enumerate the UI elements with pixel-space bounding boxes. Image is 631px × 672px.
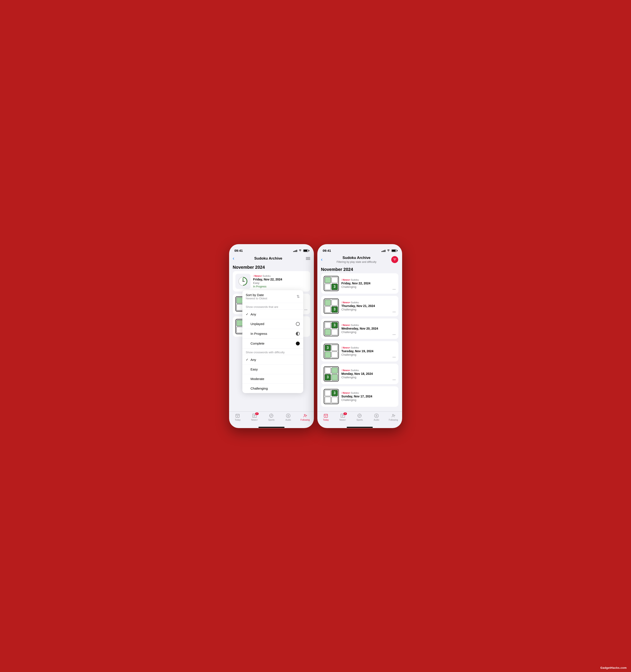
home-indicator-right	[347, 427, 373, 428]
nav-bar-right: ‹ Sudoku Archive Filtering by play state…	[318, 254, 402, 265]
play-state-unplayed[interactable]: Unplayed	[242, 319, 303, 329]
back-button-right[interactable]: ‹	[321, 257, 322, 262]
more-button-5r[interactable]: •••	[392, 378, 396, 382]
play-state-complete[interactable]: Complete	[242, 339, 303, 349]
nav-bar-left: ‹ Sudoku Archive	[229, 254, 314, 263]
svg-point-1	[243, 281, 243, 282]
more-button-2r[interactable]: •••	[392, 310, 396, 314]
nav-title-left: Sudoku Archive	[254, 256, 282, 261]
svg-point-11	[304, 414, 306, 415]
tab-audio-right[interactable]: Audio	[368, 413, 385, 421]
newsplus-badge-right: 7	[343, 412, 347, 415]
puzzle-card-1-right[interactable]: 3  News+ Sudoku Friday, Nov 22, 2024 Ch…	[321, 273, 398, 294]
time-left: 09:41	[235, 249, 243, 253]
tab-label-today-right: Today	[323, 419, 329, 421]
puzzle-status-1: In Progress	[253, 285, 308, 288]
tab-newsplus-right[interactable]: 7 News+	[334, 413, 351, 421]
section-header-left: November 2024	[229, 263, 314, 271]
sort-direction-icon[interactable]: ⇅	[296, 294, 300, 299]
svg-rect-2	[236, 414, 240, 417]
inprogress-icon	[296, 332, 300, 336]
tab-label-audio-right: Audio	[374, 419, 379, 421]
tab-today-right[interactable]: Today	[318, 413, 335, 421]
newsplus-badge-left: 7	[255, 412, 259, 415]
puzzle-card-2-right[interactable]: 3  News+ Sudoku Thursday, Nov 21, 2024 …	[321, 296, 398, 316]
difficulty-moderate[interactable]: Moderate	[242, 374, 303, 384]
signal-icon-right	[382, 249, 385, 252]
more-button-3r[interactable]: •••	[392, 333, 396, 336]
apple-logo-1: 	[253, 274, 254, 277]
battery-icon-right	[391, 249, 397, 252]
sort-label: Sort by Date	[246, 293, 267, 297]
play-state-unplayed-label: Unplayed	[251, 322, 264, 326]
menu-button-left[interactable]	[306, 257, 310, 260]
nav-title-block-left: Sudoku Archive	[254, 256, 282, 261]
play-state-inprogress-label: In Progress	[251, 332, 267, 335]
nav-title-block-right: Sudoku Archive Filtering by play state a…	[337, 256, 377, 264]
puzzle-list-right: 3  News+ Sudoku Friday, Nov 22, 2024 Ch…	[318, 273, 402, 407]
play-state-any-label: Any	[251, 312, 256, 316]
status-icons-right	[382, 249, 397, 252]
tab-newsplus-left[interactable]: 7 News+	[246, 413, 263, 421]
battery-icon-left	[303, 249, 309, 252]
tab-following-right[interactable]: Following	[385, 413, 402, 421]
svg-point-4	[237, 416, 238, 416]
puzzle-card-4-right[interactable]: 3  News+ Sudoku	[321, 341, 398, 362]
difficulty-easy-label: Easy	[251, 367, 258, 371]
tab-label-audio-left: Audio	[285, 419, 291, 421]
outer-wrapper: 09:41	[229, 244, 402, 428]
more-button-4r[interactable]: •••	[392, 356, 396, 359]
sort-item[interactable]: Sort by Date Newest to Oldest ⇅	[242, 290, 303, 303]
status-bar-left: 09:41	[229, 244, 314, 254]
nav-right-right	[390, 256, 398, 263]
more-button-1r[interactable]: •••	[392, 288, 396, 291]
filter-dropdown: Sort by Date Newest to Oldest ⇅ Show cro…	[242, 290, 303, 393]
back-button-left[interactable]: ‹	[233, 256, 234, 261]
svg-point-26	[392, 414, 394, 415]
watermark: GadgetHacks.com	[600, 666, 627, 669]
difficulty-challenging[interactable]: Challenging	[242, 384, 303, 393]
tab-bar-left: Today 7 News+ Sports	[229, 411, 314, 426]
filter-button-right[interactable]	[391, 256, 398, 263]
unplayed-icon	[296, 322, 300, 326]
puzzle-card-5-right[interactable]: 3  News+ Sudoku Monday, Nov 18, 2024	[321, 364, 398, 384]
signal-icon-left	[293, 249, 297, 252]
tab-label-following-left: Following	[300, 419, 310, 421]
right-phone: 09:41	[317, 244, 402, 428]
wifi-icon-left	[298, 249, 302, 252]
more-button-2[interactable]: •••	[304, 308, 308, 312]
play-state-inprogress[interactable]: In Progress	[242, 329, 303, 339]
tab-label-newsplus-right: News+	[339, 419, 346, 421]
status-bar-right: 09:41	[318, 244, 402, 254]
tab-label-newsplus-left: News+	[251, 419, 258, 421]
tab-label-sports-right: Sports	[357, 419, 363, 421]
wifi-icon-right	[387, 249, 390, 252]
puzzle-card-3-right[interactable]: 3  News+ Sudoku Wednesday, Nov	[321, 318, 398, 339]
time-right: 09:41	[323, 249, 331, 253]
puzzle-card-1-left[interactable]:  News+ Sudoku Friday, Nov 22, 2024 Easy…	[233, 271, 310, 291]
puzzle-card-6-right[interactable]: 3  News+ Sudoku Sunday, Nov 17,	[321, 386, 398, 407]
play-state-section-label: Show crosswords that are	[242, 303, 303, 310]
play-state-complete-label: Complete	[251, 341, 265, 345]
difficulty-any-label: Any	[251, 358, 256, 362]
play-state-any[interactable]: ✓ Any	[242, 310, 303, 319]
tab-audio-left[interactable]: Audio	[280, 413, 297, 421]
status-icons-left	[293, 249, 309, 252]
difficulty-any[interactable]: ✓ Any	[242, 355, 303, 365]
sort-sublabel: Newest to Oldest	[246, 297, 267, 300]
puzzle-diff-1: Easy	[253, 281, 308, 285]
tab-bar-right: Today 7 News+ Sports	[318, 411, 402, 426]
difficulty-easy[interactable]: Easy	[242, 365, 303, 374]
section-header-right: November 2024	[318, 265, 402, 273]
tab-label-sports-left: Sports	[268, 419, 274, 421]
tab-sports-left[interactable]: Sports	[263, 413, 280, 421]
puzzle-info-1:  News+ Sudoku Friday, Nov 22, 2024 Easy…	[253, 274, 308, 288]
tab-label-following-right: Following	[389, 419, 398, 421]
tab-following-left[interactable]: Following	[297, 413, 314, 421]
svg-point-19	[325, 416, 326, 416]
tab-sports-right[interactable]: Sports	[351, 413, 368, 421]
left-phone: 09:41	[229, 244, 314, 428]
home-indicator-left	[259, 427, 285, 428]
tab-today-left[interactable]: Today	[229, 413, 246, 421]
apple-news-label-1:  News+ Sudoku	[253, 274, 308, 277]
